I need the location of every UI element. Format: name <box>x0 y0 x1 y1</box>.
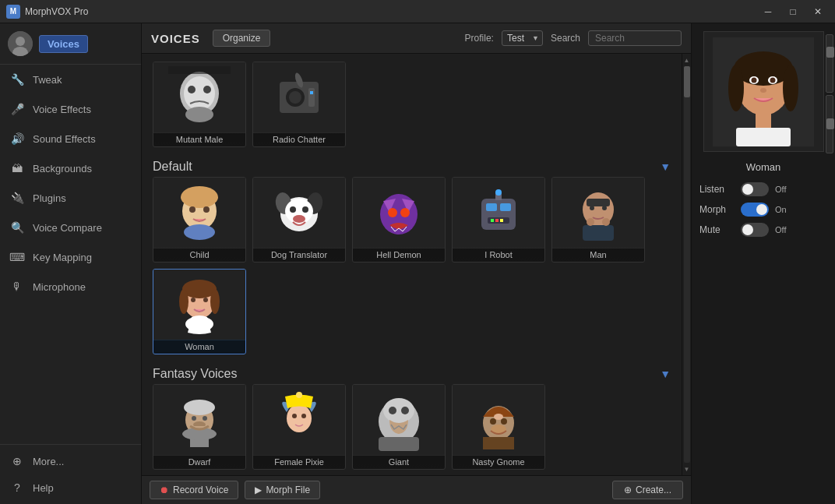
voice-label: Woman <box>153 340 245 354</box>
morph-row: Morph On <box>699 203 827 217</box>
svg-point-57 <box>192 416 196 421</box>
svg-rect-86 <box>736 128 791 146</box>
sidebar-item-label: Key Mapping <box>33 252 92 263</box>
record-voice-button[interactable]: ⏺ Record Voice <box>150 481 238 499</box>
profile-select-wrapper: Test <box>502 30 543 46</box>
svg-point-29 <box>400 208 410 217</box>
collapse-fantasy-icon[interactable]: ▼ <box>660 368 671 380</box>
voice-card-giant[interactable]: ▐▐▐ Giant <box>352 384 446 470</box>
morph-state: On <box>775 205 787 214</box>
scroll-thumb[interactable] <box>684 66 690 97</box>
sidebar-item-backgrounds[interactable]: 🏔 Backgrounds <box>0 153 141 183</box>
svg-point-16 <box>181 186 218 208</box>
voices-button[interactable]: Voices <box>39 35 88 53</box>
morph-file-icon: ▶ <box>255 485 262 495</box>
voice-card-dwarf[interactable]: ▐▐▐ <box>153 384 246 470</box>
right-preview-name: Woman <box>746 161 781 173</box>
svg-point-41 <box>590 206 594 210</box>
voice-card-nasty-gnome[interactable]: ▐▐▐ <box>452 384 545 470</box>
morph-file-button[interactable]: ▶ Morph File <box>245 481 320 499</box>
voice-card-man[interactable]: ▐▐▐ <box>551 177 645 263</box>
voice-img-man <box>552 178 644 248</box>
voice-card-woman[interactable]: ▐▐▐ <box>153 269 246 354</box>
voice-card-child[interactable]: ▐▐▐ Child <box>153 177 246 263</box>
svg-rect-36 <box>500 219 503 222</box>
main-layout: Voices 🔧 Tweak 🎤 Voice Effects 🔊 Sound E… <box>0 23 835 504</box>
svg-rect-74 <box>483 437 514 449</box>
voice-img-woman <box>153 270 245 340</box>
backgrounds-icon: 🏔 <box>9 160 25 176</box>
svg-point-65 <box>383 398 414 423</box>
sound-effects-icon: 🔊 <box>9 131 25 146</box>
collapse-default-icon[interactable]: ▼ <box>660 160 671 173</box>
voice-card-female-pixie[interactable]: ▐▐▐ <box>252 384 346 470</box>
voice-label: Female Pixie <box>253 456 345 469</box>
svg-point-71 <box>501 418 507 425</box>
scroll-down-arrow[interactable]: ▼ <box>683 464 691 474</box>
minimize-button[interactable]: ─ <box>757 4 779 19</box>
svg-point-19 <box>184 224 215 240</box>
svg-rect-12 <box>308 88 315 107</box>
voice-card-dog-translator[interactable]: ▐▐▐ <box>252 177 346 263</box>
svg-point-18 <box>203 206 210 213</box>
avatar <box>8 31 33 56</box>
profile-select[interactable]: Test <box>502 30 543 46</box>
svg-point-38 <box>495 189 502 196</box>
voices-scrollbar[interactable]: ▲ ▼ <box>682 54 691 475</box>
more-icon: ⊕ <box>9 453 25 469</box>
voice-card-mutant-male[interactable]: ▐▐▐ Mutant Ma <box>153 62 246 147</box>
voice-img-mutant <box>153 62 245 132</box>
sidebar-item-more[interactable]: ⊕ More... <box>0 448 141 474</box>
svg-rect-31 <box>486 203 497 211</box>
sidebar-item-help[interactable]: ? Help <box>0 474 141 501</box>
help-icon: ? <box>9 480 25 495</box>
key-mapping-icon: ⌨ <box>9 249 25 265</box>
sidebar-item-microphone[interactable]: 🎙 Microphone <box>0 272 141 301</box>
svg-rect-85 <box>756 114 771 129</box>
close-button[interactable]: ✕ <box>807 4 829 19</box>
svg-point-44 <box>587 218 594 226</box>
voice-label: Dog Translator <box>253 248 345 262</box>
svg-point-1 <box>16 37 25 46</box>
sidebar-nav: 🔧 Tweak 🎤 Voice Effects 🔊 Sound Effects … <box>0 65 141 444</box>
sidebar-item-key-mapping[interactable]: ⌨ Key Mapping <box>0 242 141 272</box>
voice-label: Man <box>552 248 644 262</box>
restore-button[interactable]: □ <box>782 4 804 19</box>
voice-label: Child <box>153 248 245 262</box>
voice-card-i-robot[interactable]: ▐▐▐ <box>452 177 545 263</box>
profile-label: Profile: <box>465 33 494 44</box>
scroll-track[interactable] <box>684 66 690 463</box>
window-controls: ─ □ ✕ <box>757 4 829 19</box>
svg-point-79 <box>783 65 798 111</box>
right-preview <box>703 31 824 152</box>
fantasy-section-header: Fantasy Voices ▼ <box>153 362 671 384</box>
voice-card-hell-demon[interactable]: ▐▐▐ Hell Demo <box>352 177 446 263</box>
create-button[interactable]: ⊕ Create... <box>612 481 683 499</box>
mute-label: Mute <box>699 224 735 235</box>
svg-rect-35 <box>495 219 499 222</box>
sidebar-item-label: Voice Effects <box>33 104 91 115</box>
svg-point-49 <box>210 289 220 314</box>
listen-toggle[interactable] <box>741 182 769 196</box>
sidebar-item-label: Tweak <box>33 74 62 86</box>
voice-img-demon <box>353 178 445 248</box>
morph-toggle[interactable] <box>741 203 769 217</box>
search-input[interactable] <box>588 30 682 46</box>
sidebar-bottom: ⊕ More... ? Help <box>0 444 141 504</box>
mute-toggle[interactable] <box>741 223 769 237</box>
sidebar-item-voice-compare[interactable]: 🔍 Voice Compare <box>0 213 141 242</box>
scroll-up-arrow[interactable]: ▲ <box>683 55 691 65</box>
sidebar-item-voice-effects[interactable]: 🎤 Voice Effects <box>0 94 141 124</box>
sidebar-item-tweak[interactable]: 🔧 Tweak <box>0 65 141 94</box>
svg-rect-13 <box>310 91 313 94</box>
organize-button[interactable]: Organize <box>213 30 271 47</box>
voice-img-dog <box>253 178 345 248</box>
sidebar-item-plugins[interactable]: 🔌 Plugins <box>0 183 141 213</box>
content-title: VOICES <box>151 32 200 45</box>
record-icon: ⏺ <box>160 485 169 495</box>
sidebar-item-sound-effects[interactable]: 🔊 Sound Effects <box>0 124 141 153</box>
svg-point-66 <box>389 407 396 414</box>
right-panel-controls: Listen Off Morph On Mute Off <box>699 182 827 237</box>
listen-row: Listen Off <box>699 182 827 196</box>
voice-card-radio-chatter[interactable]: ▐▐▐ Radio Chatter <box>252 62 346 147</box>
